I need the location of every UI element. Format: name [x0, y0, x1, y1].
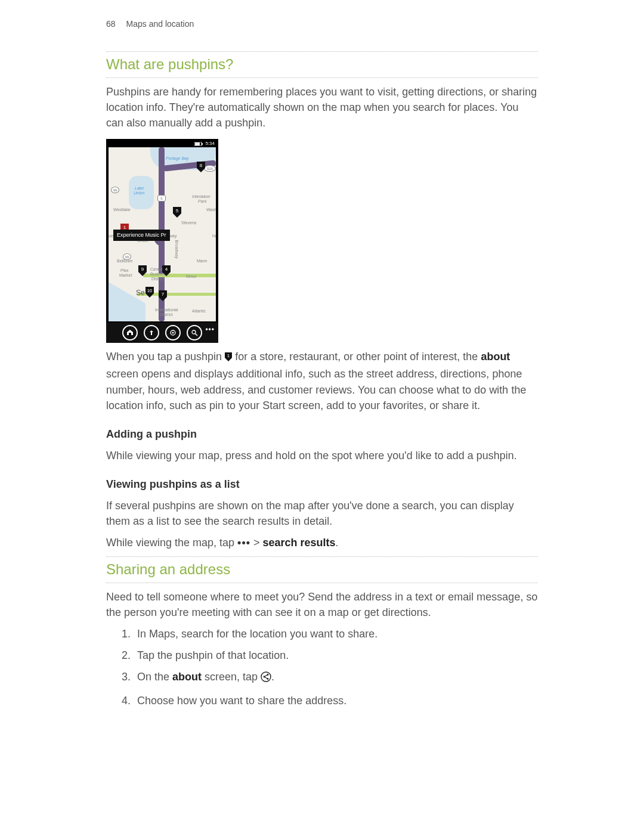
map-label: Market — [119, 272, 132, 278]
more-icon: ••• — [237, 537, 250, 549]
pushpin-icon: 8 — [197, 162, 205, 172]
section-heading-sharing: Sharing an address — [106, 556, 538, 583]
step-3: On the about screen, tap . — [134, 669, 538, 686]
page-header: 68 Maps and location — [106, 18, 538, 30]
viewing-list-tap: While viewing the map, tap ••• > search … — [106, 535, 538, 550]
step-1: In Maps, search for the location you wan… — [134, 626, 538, 642]
map-label: Atlantic — [192, 308, 206, 314]
adding-pushpin-body: While viewing your map, press and hold o… — [106, 448, 538, 463]
map-label: Belltown — [117, 258, 132, 264]
battery-icon — [194, 142, 203, 146]
pushpin-icon: 7 — [159, 290, 167, 301]
map-label: Westlake — [113, 207, 131, 213]
viewing-list-body: If several pushpins are shown on the map… — [106, 498, 538, 529]
step-4: Choose how you want to share the address… — [134, 693, 538, 708]
directions-icon[interactable] — [144, 325, 159, 340]
route-shield: 5 — [157, 195, 166, 202]
svg-text:1: 1 — [227, 353, 230, 358]
svg-text:7: 7 — [162, 292, 165, 297]
map-label: District — [160, 312, 172, 318]
pushpins-para2: When you tap a pushpin 1 for a store, re… — [106, 349, 538, 413]
pushpin-icon: 4 — [162, 265, 171, 276]
maps-app-screenshot: 5:34 99 99 5 520 Portage Bay Lake Union … — [106, 139, 218, 343]
svg-point-12 — [192, 330, 196, 334]
route-shield: 520 — [204, 165, 216, 172]
pushpin-icon: 10 — [145, 287, 154, 298]
map-viewport: 99 99 5 520 Portage Bay Lake Union Westl… — [109, 147, 216, 321]
map-label: Stevens — [181, 220, 196, 226]
pushpin-icon: 9 — [138, 265, 147, 276]
pushpin-icon: 5 — [173, 207, 181, 218]
map-label: Minor — [186, 274, 197, 280]
svg-line-20 — [264, 677, 268, 679]
svg-text:5: 5 — [176, 208, 179, 213]
svg-text:9: 9 — [141, 267, 144, 272]
map-label: Broadway — [174, 240, 179, 259]
breadcrumb: Maps and location — [126, 18, 194, 30]
search-icon[interactable] — [187, 325, 202, 340]
map-label: District — [151, 276, 164, 282]
scout-icon[interactable] — [122, 325, 138, 340]
page-number: 68 — [106, 18, 116, 30]
pushpin-icon: 1 — [225, 351, 232, 366]
map-label: Mann — [197, 258, 208, 264]
pushpin-tooltip: Experience Music Pr — [113, 230, 170, 241]
sharing-steps: In Maps, search for the location you wan… — [106, 626, 538, 708]
section-heading-pushpins: What are pushpins? — [106, 51, 538, 78]
more-icon[interactable]: ••• — [205, 325, 215, 335]
sharing-intro: Need to tell someone where to meet you? … — [106, 589, 538, 620]
map-label: Ha — [212, 233, 216, 239]
step-2: Tap the pushpin of that location. — [134, 648, 538, 663]
svg-text:8: 8 — [200, 163, 203, 168]
svg-text:10: 10 — [147, 289, 152, 293]
subheading-adding-pushpin: Adding a pushpin — [106, 426, 538, 442]
map-label: Se — [136, 288, 145, 298]
svg-point-15 — [261, 672, 271, 682]
svg-line-13 — [196, 334, 198, 336]
svg-line-19 — [264, 675, 268, 677]
svg-rect-2 — [202, 143, 203, 145]
map-label: way — [169, 233, 177, 239]
svg-text:4: 4 — [165, 267, 168, 272]
subheading-viewing-list: Viewing pushpins as a list — [106, 476, 538, 492]
map-label: Park — [198, 199, 206, 205]
map-label: Washi — [206, 207, 216, 213]
svg-point-11 — [172, 332, 174, 334]
status-time: 5:34 — [205, 140, 215, 147]
svg-rect-1 — [195, 143, 200, 145]
pushpins-intro: Pushpins are handy for remembering place… — [106, 84, 538, 131]
share-icon — [261, 671, 271, 686]
map-label: Union — [134, 190, 144, 196]
locate-me-icon[interactable] — [165, 325, 181, 340]
map-label: Portage Bay — [166, 156, 189, 162]
route-shield: 99 — [111, 187, 119, 193]
app-bar: ••• — [106, 323, 218, 343]
status-bar: 5:34 — [194, 140, 215, 147]
